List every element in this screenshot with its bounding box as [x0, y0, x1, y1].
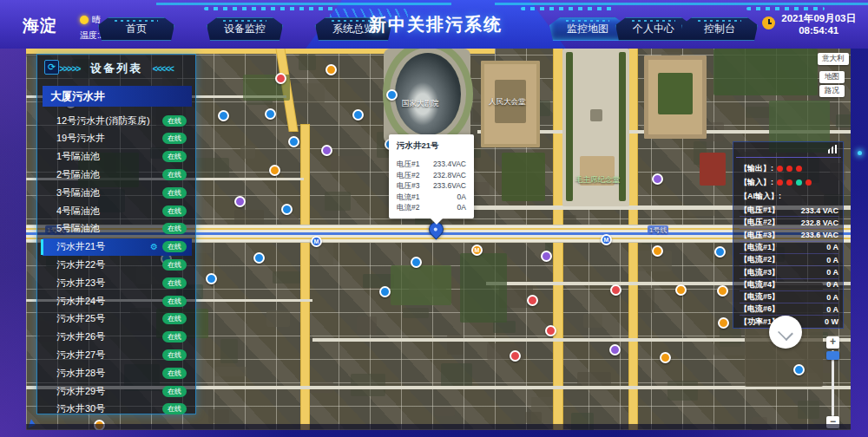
map-poi-red-marker[interactable] [275, 73, 286, 84]
map-poi-purple-marker[interactable] [234, 196, 246, 207]
map-layer-button-地图[interactable]: 地图 [819, 71, 845, 83]
telemetry-label: 【电压#3】 [740, 230, 779, 241]
map-poi-blue-marker[interactable] [714, 246, 726, 258]
popup-row-value: 0A [457, 202, 466, 213]
map-poi-orange-marker[interactable] [326, 64, 337, 75]
online-status-badge: 在线 [162, 277, 187, 289]
device-group-header[interactable]: 大厦污水井 [43, 86, 192, 107]
telemetry-row: 【电压#2】232.8 VAC [740, 217, 838, 229]
map-city-block [798, 401, 819, 419]
map-poi-blue-marker[interactable] [379, 286, 391, 297]
status-dot-red [777, 166, 783, 172]
map-city-block [351, 374, 385, 396]
map-poi-orange-marker[interactable] [675, 284, 687, 296]
online-status-badge: 在线 [162, 151, 187, 162]
device-list-item[interactable]: 污水井29号⚙在线 [43, 382, 192, 400]
map-city-block [214, 367, 247, 376]
map-poi-orange-marker[interactable] [652, 245, 663, 257]
popup-row: 电压#1233.4VAC [397, 159, 466, 170]
map-poi-blue-marker[interactable] [281, 204, 293, 215]
map-poi-blue-marker[interactable] [253, 252, 265, 264]
gear-icon[interactable]: ⚙ [150, 242, 158, 251]
device-list-item[interactable]: 污水井25号⚙在线 [43, 310, 192, 328]
map-park [391, 265, 451, 305]
device-list-item[interactable]: 污水井30号⚙在线 [43, 401, 192, 418]
status-dot-red [796, 166, 802, 172]
popup-row-label: 电压#3 [397, 180, 419, 192]
device-list-item[interactable]: 3号隔油池⚙在线 [43, 184, 192, 201]
online-status-badge: 在线 [162, 133, 187, 144]
map-poi-metro-marker[interactable]: M [311, 236, 322, 247]
device-name: 污水井25号 [56, 312, 162, 325]
nav-控制台[interactable]: 控制台 [681, 17, 758, 41]
map-poi-orange-marker[interactable] [718, 317, 729, 329]
region-label: 海淀 [23, 15, 57, 37]
map-poi-blue-marker[interactable] [411, 257, 422, 268]
map-label: 人民大会堂 [489, 97, 526, 108]
map-poi-blue-marker[interactable] [218, 110, 229, 121]
bar-chart-icon[interactable] [828, 145, 838, 153]
map-poi-red-marker[interactable] [527, 295, 538, 306]
online-status-badge: 在线 [162, 331, 187, 342]
nav-监控地图[interactable]: 监控地图 [549, 17, 626, 41]
map-poi-purple-marker[interactable] [652, 173, 663, 185]
device-list-item[interactable]: 污水井26号⚙在线 [43, 329, 192, 346]
map-poi-orange-marker[interactable] [269, 165, 280, 176]
popup-row-label: 电流#1 [397, 192, 419, 203]
telemetry-value: 0 A [826, 280, 838, 289]
map-poi-purple-marker[interactable] [609, 344, 621, 355]
nav-个人中心[interactable]: 个人中心 [615, 17, 692, 41]
online-status-badge: 在线 [162, 313, 187, 324]
map-poi-purple-marker[interactable] [541, 251, 552, 262]
dashboard-screen: 海淀 晴 温度:22°C 首页设备监控系统总览 新中关排污系统 监控地图个人中心… [0, 0, 868, 437]
map-poi-metro-marker[interactable]: M [601, 234, 612, 245]
online-status-badge: 在线 [162, 368, 187, 379]
device-list-item[interactable]: 5号隔油池⚙在线 [43, 220, 192, 238]
device-list-item[interactable]: 污水井22号⚙在线 [43, 256, 192, 273]
telemetry-label: 【电压#1】 [740, 205, 779, 216]
map-poi-blue-marker[interactable] [206, 273, 217, 284]
map-poi-purple-marker[interactable] [321, 145, 332, 156]
device-list-item[interactable]: 污水井24号⚙在线 [43, 292, 192, 310]
zoom-slider-track[interactable] [832, 350, 834, 416]
map-city-block [493, 321, 516, 333]
device-list-item[interactable]: 19号污水井⚙在线 [43, 130, 192, 147]
device-name: 污水井21号 [56, 240, 150, 253]
map-poi-blue-marker[interactable] [793, 364, 805, 375]
device-list-item[interactable]: 污水井28号⚙在线 [43, 364, 192, 382]
popup-rows: 电压#1233.4VAC电压#2232.8VAC电压#3233.6VAC电流#1… [397, 159, 466, 213]
device-list-item[interactable]: 污水井27号⚙在线 [43, 346, 192, 363]
nav-首页[interactable]: 首页 [98, 17, 174, 41]
map-poi-blue-marker[interactable] [265, 108, 276, 120]
online-status-badge: 在线 [162, 259, 187, 271]
zoom-slider-handle[interactable] [826, 351, 839, 360]
map-poi-blue-marker[interactable] [386, 89, 398, 101]
nav-设备监控[interactable]: 设备监控 [207, 17, 283, 41]
device-list-item[interactable]: 污水井21号⚙在线 [43, 238, 192, 256]
device-list-item[interactable]: 4号隔油池⚙在线 [43, 202, 192, 219]
map-city-block [583, 314, 602, 328]
device-list-item[interactable]: 1号隔油池⚙在线 [43, 148, 192, 166]
map-poi-blue-marker[interactable] [288, 136, 299, 147]
map-poi-orange-marker[interactable] [660, 352, 671, 363]
map-poi-red-marker[interactable] [510, 350, 521, 362]
map-layer-button-路况[interactable]: 路况 [819, 85, 845, 97]
map-poi-red-marker[interactable] [545, 325, 556, 336]
device-list-item[interactable]: 2号隔油池⚙在线 [43, 166, 192, 183]
map-poi-metro-orange-marker[interactable]: M [471, 245, 483, 256]
telemetry-value: 233.4 VAC [801, 206, 838, 215]
monitoring-map[interactable]: 国家大剧院人民大会堂毛主席纪念堂1号线1号线 MMM 污水井21号 电压#123… [26, 49, 851, 430]
map-poi-orange-marker[interactable] [717, 285, 728, 297]
map-park [502, 153, 545, 201]
device-list-item[interactable]: 12号污水井(消防泵房)⚙在线 [43, 112, 192, 129]
map-poi-blue-marker[interactable] [352, 109, 364, 121]
zoom-in-button[interactable]: + [826, 336, 839, 349]
map-poi-red-marker[interactable] [610, 284, 621, 296]
online-status-badge: 在线 [162, 187, 187, 199]
online-status-badge: 在线 [162, 296, 187, 307]
map-city-block [299, 55, 316, 70]
device-list-item[interactable]: 污水井23号⚙在线 [43, 274, 192, 291]
clock-icon [762, 16, 775, 29]
collapse-panel-button[interactable] [769, 316, 802, 349]
map-city-block [325, 192, 351, 211]
